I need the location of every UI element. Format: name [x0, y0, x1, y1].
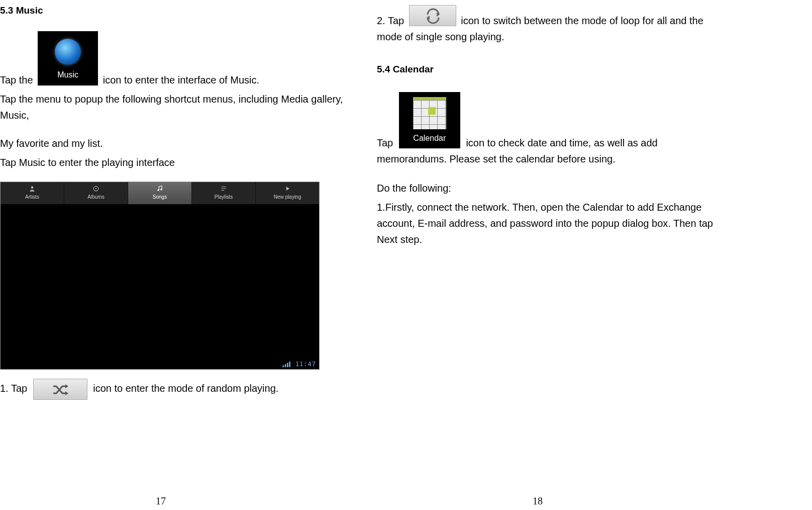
svg-rect-8 — [287, 363, 288, 368]
page-number-right: 18 — [533, 495, 543, 507]
svg-marker-10 — [65, 384, 68, 388]
status-bar: 11:47 — [282, 360, 316, 369]
page-number-left: 17 — [156, 495, 166, 507]
shuffle-icon — [33, 379, 87, 400]
section-heading-calendar: 5.4 Calendar — [377, 62, 729, 77]
svg-point-3 — [157, 189, 159, 191]
text-after-music-icon: icon to enter the interface of Music. — [103, 74, 259, 86]
calendar-intro-line: Tap Calendar icon to check date and time… — [377, 92, 729, 167]
music-menu-text: Tap the menu to popup the following shor… — [0, 91, 352, 123]
step-1-random: 1. Tap icon to enter the mode of random … — [0, 379, 352, 400]
text-tap-the: Tap the — [0, 74, 33, 86]
step1-suffix: icon to enter the mode of random playing… — [93, 383, 278, 394]
calendar-step-1: 1.Firstly, connect the network. Then, op… — [377, 199, 729, 247]
step-2-loop: 2. Tap icon to switch between the mode o… — [377, 5, 729, 45]
tab-nowplaying[interactable]: New playing — [256, 182, 319, 204]
music-tap-enter-text: Tap Music to enter the playing interface — [0, 154, 352, 171]
status-time: 11:47 — [295, 360, 316, 369]
svg-point-0 — [31, 186, 34, 189]
section-heading-music: 5.3 Music — [0, 5, 352, 16]
tab-songs[interactable]: Songs — [128, 182, 192, 204]
music-player-screenshot: Artists Albums Songs Playlists New playi… — [0, 182, 320, 370]
do-the-following: Do the following: — [377, 180, 729, 196]
music-app-icon: Music — [38, 31, 98, 86]
calendar-app-icon: Calendar — [399, 92, 460, 148]
tab-albums[interactable]: Albums — [64, 182, 128, 204]
tab-playlists-label: Playlists — [215, 193, 233, 201]
svg-point-2 — [95, 188, 96, 189]
svg-point-4 — [160, 189, 162, 191]
signal-icon — [282, 361, 291, 367]
svg-rect-7 — [285, 364, 286, 367]
music-tabs: Artists Albums Songs Playlists New playi… — [1, 182, 319, 204]
loop-icon — [409, 5, 456, 26]
step2-prefix: 2. Tap — [377, 15, 404, 26]
svg-rect-6 — [282, 366, 284, 367]
tab-playlists[interactable]: Playlists — [192, 182, 256, 204]
tab-albums-label: Albums — [87, 193, 104, 201]
step1-prefix: 1. Tap — [0, 383, 27, 394]
calendar-icon-label: Calendar — [399, 132, 460, 145]
svg-rect-9 — [289, 362, 290, 367]
text-tap: Tap — [377, 137, 393, 148]
music-icon-label: Music — [38, 68, 98, 81]
tab-songs-label: Songs — [153, 193, 167, 201]
tab-nowplaying-label: New playing — [274, 193, 301, 201]
svg-marker-5 — [286, 187, 289, 191]
music-intro-line: Tap the Music icon to enter the interfac… — [0, 31, 352, 88]
tab-artists-label: Artists — [25, 193, 39, 201]
tab-artists[interactable]: Artists — [1, 182, 64, 204]
svg-marker-11 — [65, 391, 68, 395]
music-favorite-text: My favorite and my list. — [0, 135, 352, 151]
